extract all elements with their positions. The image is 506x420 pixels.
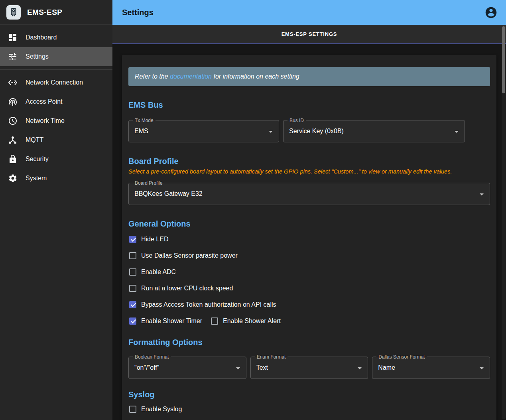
field-value: BBQKees Gateway E32 [134, 190, 203, 197]
enum-format-select[interactable]: Enum Format Text [250, 357, 368, 379]
dallas-parasite-checkbox[interactable]: Use Dallas Sensor parasite power [128, 252, 238, 259]
dashboard-icon [8, 33, 18, 42]
topbar: Settings [112, 0, 506, 25]
checkbox-icon[interactable] [129, 252, 136, 259]
account-circle-icon [484, 6, 498, 19]
field-value: "on"/"off" [134, 364, 159, 371]
bus-id-select[interactable]: Bus ID Service Key (0x0B) [283, 120, 465, 142]
enable-adc-checkbox[interactable]: Enable ADC [128, 268, 176, 276]
check-row: Enable ADC [128, 264, 490, 280]
chevron-down-icon [477, 189, 486, 199]
tab-bar: EMS-ESP SETTINGS [112, 25, 506, 44]
page-title: Settings [122, 8, 154, 17]
sidebar-item-access-point[interactable]: Access Point [0, 92, 112, 111]
enable-shower-timer-checkbox[interactable]: Enable Shower Timer [128, 317, 202, 325]
settings-card: Refer to the documentation for informati… [122, 55, 496, 420]
sidebar-item-label: Network Connection [26, 79, 83, 86]
documentation-link[interactable]: documentation [170, 73, 212, 80]
sidebar-item-label: MQTT [26, 136, 43, 144]
chevron-down-icon [477, 363, 486, 373]
field-label: Bus ID [287, 118, 306, 123]
checkbox-icon[interactable] [129, 268, 136, 276]
checkbox-icon[interactable] [129, 406, 136, 413]
sidebar: EMS-ESP Dashboard Settings Network Conne… [0, 0, 112, 420]
ethernet-icon [8, 78, 18, 87]
checkbox-label[interactable]: Run at a lower CPU clock speed [141, 285, 233, 292]
checkbox-label[interactable]: Enable Shower Alert [223, 317, 281, 325]
board-profile-helper-text: Select a pre-configured board layout to … [128, 168, 490, 175]
checkbox-label[interactable]: Enable Shower Timer [141, 317, 202, 325]
field-label: Enum Format [255, 354, 288, 360]
scrollbar[interactable] [502, 26, 506, 419]
sidebar-item-mqtt[interactable]: MQTT [0, 130, 112, 150]
sidebar-nav: Dashboard Settings Network Connection Ac… [0, 25, 112, 188]
chevron-down-icon [233, 363, 243, 373]
board-profile-select[interactable]: Board Profile BBQKees Gateway E32 [128, 183, 490, 205]
tab-ems-esp-settings[interactable]: EMS-ESP SETTINGS [282, 31, 337, 37]
checkbox-icon[interactable] [129, 285, 136, 292]
field-label: Board Profile [133, 180, 164, 186]
sidebar-item-network-time[interactable]: Network Time [0, 111, 112, 130]
checkbox-label[interactable]: Enable Syslog [141, 406, 182, 413]
info-banner: Refer to the documentation for informati… [128, 67, 490, 86]
check-row: Hide LED [128, 231, 490, 247]
sidebar-item-label: Network Time [26, 117, 65, 124]
ems-bus-field-row: Tx Mode EMS Bus ID Service Key (0x0B) [128, 120, 490, 142]
section-title-board-profile: Board Profile [128, 157, 490, 166]
formatting-field-row: Boolean Format "on"/"off" Enum Format Te… [128, 357, 490, 379]
sidebar-item-settings[interactable]: Settings [0, 47, 112, 66]
field-value: Name [378, 364, 395, 371]
field-label: Boolean Format [133, 354, 171, 360]
board-profile-field-row: Board Profile BBQKees Gateway E32 [128, 183, 490, 205]
banner-text-before: Refer to the [135, 73, 170, 80]
scrollbar-thumb[interactable] [502, 26, 505, 93]
sidebar-item-security[interactable]: Security [0, 150, 112, 169]
sidebar-item-label: Security [26, 156, 49, 163]
checkbox-icon[interactable] [129, 317, 136, 325]
checkbox-icon[interactable] [211, 317, 218, 325]
section-title-formatting-options: Formatting Options [128, 338, 490, 347]
checkbox-icon[interactable] [129, 236, 136, 243]
section-title-general-options: General Options [128, 219, 490, 229]
tx-mode-select[interactable]: Tx Mode EMS [128, 120, 279, 142]
account-button[interactable] [484, 5, 498, 20]
boolean-format-select[interactable]: Boolean Format "on"/"off" [128, 357, 246, 379]
section-title-syslog: Syslog [128, 390, 490, 399]
check-row: Bypass Access Token authorization on API… [128, 296, 490, 313]
checkbox-label[interactable]: Use Dallas Sensor parasite power [141, 252, 238, 259]
ems-esp-logo [6, 5, 21, 20]
bypass-token-checkbox[interactable]: Bypass Access Token authorization on API… [128, 301, 276, 308]
gear-icon [8, 174, 18, 183]
check-row: Enable Syslog [128, 401, 490, 417]
chevron-down-icon [452, 127, 461, 136]
chevron-down-icon [266, 127, 276, 136]
tune-icon [8, 52, 18, 61]
checkbox-label[interactable]: Bypass Access Token authorization on API… [141, 301, 276, 308]
boiler-device-icon [8, 7, 19, 18]
checkbox-label[interactable]: Enable ADC [141, 268, 176, 276]
lock-icon [8, 154, 18, 164]
sidebar-header: EMS-ESP [0, 0, 112, 25]
check-row: Run at a lower CPU clock speed [128, 280, 490, 296]
clock-icon [8, 116, 18, 126]
device-hub-icon [8, 135, 18, 145]
sidebar-item-label: Dashboard [26, 34, 57, 41]
checkbox-label[interactable]: Hide LED [141, 236, 168, 243]
check-row: Use Dallas Sensor parasite power [128, 247, 490, 264]
banner-text-after: for information on each setting [212, 73, 299, 80]
sidebar-item-label: Access Point [26, 98, 62, 105]
enable-syslog-checkbox[interactable]: Enable Syslog [128, 406, 182, 413]
enable-shower-alert-checkbox[interactable]: Enable Shower Alert [210, 317, 281, 325]
sidebar-item-system[interactable]: System [0, 169, 112, 188]
sidebar-divider [0, 69, 112, 70]
sidebar-item-network-connection[interactable]: Network Connection [0, 73, 112, 92]
sidebar-item-dashboard[interactable]: Dashboard [0, 28, 112, 47]
lower-cpu-clock-checkbox[interactable]: Run at a lower CPU clock speed [128, 285, 233, 292]
section-title-ems-bus: EMS Bus [128, 101, 490, 110]
checkbox-icon[interactable] [129, 301, 136, 308]
wifi-tethering-icon [8, 97, 18, 106]
field-value: Service Key (0x0B) [289, 128, 344, 135]
dallas-sensor-format-select[interactable]: Dallas Sensor Format Name [372, 357, 490, 379]
hide-led-checkbox[interactable]: Hide LED [128, 236, 168, 243]
field-label: Tx Mode [133, 118, 156, 123]
